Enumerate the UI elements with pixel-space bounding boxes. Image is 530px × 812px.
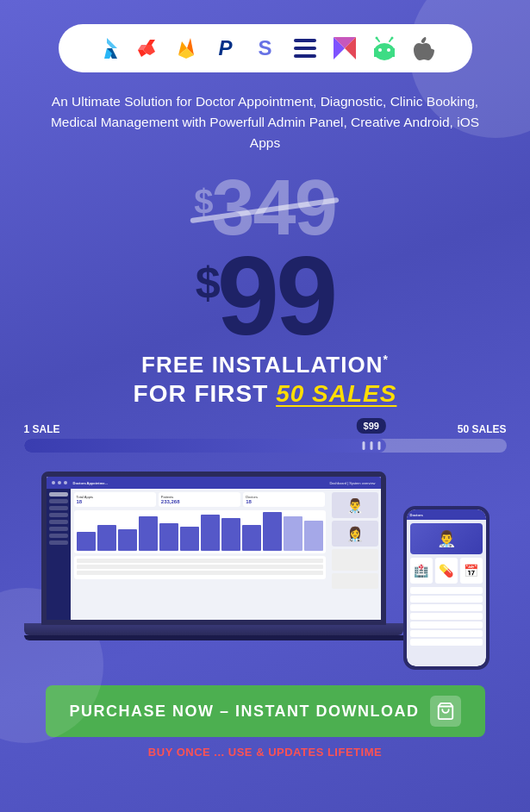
svg-rect-3	[294, 39, 316, 42]
screen-ui: Doctors Appointme... Dashboard | System …	[47, 477, 381, 620]
main-container: P S An Ultimate Solution for Doctor Appo…	[0, 0, 530, 812]
sidebar-item-7	[49, 534, 68, 538]
svg-marker-0	[107, 38, 117, 48]
phone-list-item-3	[410, 604, 483, 611]
svg-rect-10	[374, 48, 395, 57]
sidebar-item-1	[49, 492, 68, 497]
progress-price-badge: $99	[357, 418, 386, 434]
cart-icon-wrap	[430, 696, 461, 727]
progress-bar-inner	[24, 439, 386, 453]
phone-list-item-7	[410, 639, 483, 646]
original-price-container: $349	[194, 169, 335, 247]
table-row-3	[77, 571, 323, 575]
bar-2	[97, 525, 116, 551]
sale-price: $99	[196, 240, 335, 352]
progress-bar-outer: $99	[24, 439, 507, 453]
bar-12	[304, 521, 323, 551]
original-dollar: $	[194, 184, 211, 219]
phone-app-name: Doctors	[410, 513, 423, 517]
dashboard-header: Doctors Appointme... Dashboard | System …	[47, 477, 381, 489]
doctor-image-2: 👩‍⚕️	[332, 521, 378, 547]
sales-highlight: 50 SALES	[276, 380, 396, 407]
cta-button-text: PURCHASE NOW – INSTANT DOWNLOAD	[69, 703, 419, 721]
device-mockup-area: Doctors Appointme... Dashboard | System …	[24, 472, 507, 670]
buy-once-text: BUY ONCE ... USE & UPDATES LIFETIME	[148, 746, 382, 759]
progress-label-right: 50 SALES	[458, 423, 507, 435]
phone-card-3: 📅	[460, 558, 483, 584]
phone-content: 👨‍⚕️ 🏥 💊 📅	[407, 520, 486, 651]
right-panel: 👨‍⚕️ 👩‍⚕️	[329, 489, 381, 620]
tick-1	[362, 441, 365, 450]
svg-point-15	[375, 37, 377, 40]
stat-patients: Patients 233,268	[159, 492, 240, 507]
sidebar-item-6	[49, 527, 68, 531]
bar-5	[159, 523, 178, 551]
phone-list-item-5	[410, 621, 483, 628]
table-row-2	[77, 565, 323, 569]
laptop-mockup: Doctors Appointme... Dashboard | System …	[24, 472, 403, 661]
phone-list	[410, 587, 483, 646]
phone-header: Doctors	[407, 509, 486, 520]
paypal-icon: P	[210, 33, 241, 64]
stats-row: Total Appts 18 Patients 233,268 Doctors …	[74, 492, 326, 507]
kotlin-icon	[329, 33, 360, 64]
progress-area: 1 SALE 50 SALES $99	[24, 423, 507, 453]
phone-list-item-1	[410, 587, 483, 594]
table-mini	[74, 556, 326, 579]
doctor-image-1: 👨‍⚕️	[332, 492, 378, 518]
progress-label-left: 1 SALE	[24, 423, 60, 435]
bar-10	[263, 512, 282, 551]
free-installation-section: FREE INSTALLATION* FOR FIRST 50 SALES	[134, 352, 397, 408]
dot-1	[52, 481, 55, 484]
right-content-2	[332, 573, 378, 589]
bar-8	[221, 518, 240, 551]
phone-screen: Doctors 👨‍⚕️ 🏥 💊 📅	[407, 509, 486, 666]
free-install-line1: FREE INSTALLATION*	[134, 352, 397, 378]
sidebar-item-4	[49, 513, 68, 517]
phone-cards: 🏥 💊 📅	[410, 558, 483, 584]
phone-banner: 👨‍⚕️	[410, 523, 483, 554]
cart-icon	[436, 702, 455, 721]
progress-tick-marks	[362, 439, 380, 453]
sidebar-item-2	[49, 499, 68, 503]
firebase-icon	[171, 33, 202, 64]
sidebar-item-5	[49, 520, 68, 524]
bar-4	[139, 516, 158, 551]
phone-card-2: 💊	[435, 558, 458, 584]
phone-list-item-2	[410, 596, 483, 603]
table-row-1	[77, 559, 323, 563]
sale-price-container: $99	[196, 240, 335, 352]
bar-7	[201, 515, 220, 551]
stripe-icon: S	[250, 33, 281, 64]
progress-labels: 1 SALE 50 SALES	[24, 423, 507, 435]
bar-3	[118, 529, 137, 551]
bar-chart	[74, 510, 326, 553]
dot-3	[64, 481, 67, 484]
bar-1	[77, 532, 96, 551]
right-content-1	[332, 549, 378, 571]
phone-doctor-icon: 👨‍⚕️	[437, 529, 456, 548]
phone-card-1: 🏥	[410, 558, 433, 584]
laptop-base	[24, 623, 403, 635]
purchase-button[interactable]: PURCHASE NOW – INSTANT DOWNLOAD	[46, 685, 485, 737]
svg-rect-4	[294, 47, 316, 50]
main-content: Total Appts 18 Patients 233,268 Doctors …	[71, 489, 329, 620]
tick-2	[370, 441, 372, 450]
free-install-line2: FOR FIRST 50 SALES	[134, 380, 397, 408]
bar-11	[284, 516, 302, 551]
bar-6	[180, 527, 199, 551]
tick-3	[377, 441, 380, 450]
flutter-icon	[91, 33, 122, 64]
sidebar-mini	[47, 489, 71, 620]
stat-doctors: Doctors 18	[243, 492, 325, 507]
svg-rect-5	[294, 54, 316, 58]
android-icon	[369, 33, 400, 64]
phone-mockup: Doctors 👨‍⚕️ 🏥 💊 📅	[403, 506, 489, 670]
svg-point-16	[390, 37, 393, 40]
phone-list-item-4	[410, 613, 483, 620]
laptop-foot	[24, 635, 438, 640]
phone-list-item-6	[410, 630, 483, 637]
svg-point-12	[387, 48, 390, 52]
sidebar-item-3	[49, 506, 68, 510]
dot-2	[58, 481, 61, 484]
